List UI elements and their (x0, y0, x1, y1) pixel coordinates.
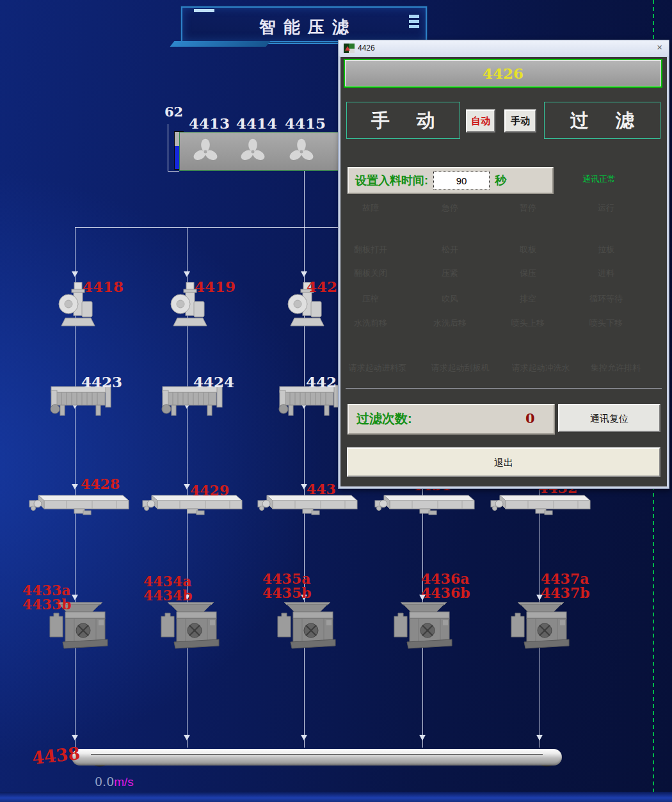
status-cell: 喷头下移 (557, 317, 655, 329)
status-cell: 翻板关闭 (340, 268, 401, 279)
manual-button[interactable]: 手动 (504, 109, 536, 132)
status-cell: 进料 (557, 268, 655, 279)
fan-label: 4415 (285, 115, 326, 132)
exit-button[interactable]: 退出 (347, 447, 660, 477)
status-cell: 暂停 (499, 202, 557, 214)
request-cell: 集控允许排料 (576, 362, 655, 374)
status-cell: 拉板 (557, 244, 655, 255)
gauge-label: 62 (164, 104, 183, 120)
flow-arrow (301, 735, 307, 741)
belt-speed: 0.0m/s (95, 774, 134, 789)
request-cell: 请求起动冲洗水 (506, 362, 576, 374)
page-title: 智能压滤 (182, 16, 426, 38)
crusher-label: 4435a4435b (262, 572, 312, 600)
conveyor-label: 4429 (190, 483, 229, 497)
status-cell: 压紧 (401, 268, 499, 279)
banner-dash-decor (194, 9, 214, 12)
status-row: 翻板打开 松开 取板 拉板 (340, 244, 655, 255)
pump-label: 4419 (195, 280, 236, 294)
crusher-label: 4434a4434b (143, 574, 193, 602)
status-row: 水洗前移 水洗后移 喷头上移 喷头下移 (340, 317, 655, 329)
gauge-bracket (168, 124, 168, 172)
press-label: 442 (306, 373, 337, 390)
status-cell: 保压 (499, 268, 557, 279)
crusher[interactable] (505, 602, 577, 655)
status-cell: 喷头上移 (499, 317, 557, 329)
status-row: 压榨 吹风 排空 循环等待 (340, 293, 655, 305)
status-cell: 吹风 (401, 293, 499, 305)
belt-speed-value: 0.0 (95, 774, 114, 789)
comm-status: 通讯正常 (582, 173, 616, 185)
dialog-4426: 4426 × 4426 手 动 自动 手动 过 滤 设置入料时间: 秒 通讯正常… (338, 40, 669, 489)
status-cell: 翻板打开 (340, 244, 401, 255)
dialog-body: 4426 手 动 自动 手动 过 滤 设置入料时间: 秒 通讯正常 故障 急停 … (340, 57, 667, 486)
request-row: 请求起动进料泵 请求起动刮板机 请求起动冲洗水 集控允许排料 (340, 362, 655, 374)
bottom-strip (0, 792, 672, 802)
scraper-conveyor[interactable] (374, 492, 476, 518)
close-icon[interactable]: × (657, 42, 662, 52)
press-label: 4424 (193, 373, 234, 390)
crusher[interactable] (271, 602, 343, 655)
status-row: 故障 急停 暂停 运行 (340, 202, 655, 214)
gauge-bracket-foot (168, 171, 179, 172)
dialog-titlebar[interactable]: 4426 × (339, 40, 669, 56)
belt-speed-unit: m/s (114, 775, 134, 789)
status-cell: 运行 (557, 202, 655, 214)
crusher-label: 4436a4436b (421, 572, 470, 600)
fan-icon[interactable] (288, 137, 315, 164)
scraper-conveyor[interactable] (28, 492, 131, 518)
request-cell: 请求起动刮板机 (415, 362, 506, 374)
window-icon (344, 44, 355, 53)
belt-body (72, 749, 562, 766)
filter-count-panel: 过滤次数: 0 (348, 404, 555, 435)
status-cell: 水洗前移 (340, 317, 401, 329)
title-banner: 智能压滤 (181, 6, 427, 42)
flow-arrow (419, 735, 426, 741)
pipe-line (304, 170, 305, 227)
flow-arrow (72, 271, 78, 277)
status-cell: 排空 (499, 293, 557, 305)
status-cell: 故障 (340, 202, 401, 214)
press-label: 4423 (81, 373, 122, 390)
status-cell: 取板 (499, 244, 557, 255)
crusher[interactable] (388, 602, 460, 655)
request-cell: 请求起动进料泵 (340, 362, 415, 374)
feed-time-input[interactable] (433, 172, 490, 189)
feed-time-panel: 设置入料时间: 秒 (348, 167, 554, 194)
auto-button[interactable]: 自动 (466, 109, 495, 132)
comm-reset-button[interactable]: 通讯复位 (558, 404, 660, 432)
pump-label: 4418 (83, 280, 124, 294)
status-cell: 循环等待 (557, 293, 655, 305)
scada-screen: 智能压滤 62 4413 4414 4415 4418 4419 442 (0, 0, 672, 802)
belt-seam (91, 754, 543, 755)
belt-label: 4438 (31, 746, 81, 766)
feed-time-unit: 秒 (495, 173, 506, 188)
fan-icon[interactable] (192, 137, 219, 164)
crusher-label: 4433a4433b (22, 583, 72, 611)
flow-arrow (184, 735, 190, 741)
flow-arrow (184, 271, 190, 277)
dialog-header-value: 4426 (344, 59, 662, 88)
feed-time-label: 设置入料时间: (355, 173, 428, 188)
fan-icon[interactable] (239, 137, 266, 164)
status-cell: 急停 (401, 202, 499, 214)
filter-count-label: 过滤次数: (356, 410, 412, 428)
filter-mode-box[interactable]: 过 滤 (544, 102, 660, 139)
flow-arrow (72, 595, 78, 600)
status-cell: 松开 (401, 244, 499, 255)
belt-conveyor[interactable] (72, 748, 562, 767)
conveyor-label: 4428 (81, 477, 120, 491)
filter-count-value: 0 (525, 410, 535, 426)
manual-mode-box[interactable]: 手 动 (346, 102, 460, 139)
flow-arrow (72, 735, 78, 741)
scraper-conveyor[interactable] (490, 492, 592, 518)
flow-arrow (72, 484, 78, 490)
crusher[interactable] (155, 602, 227, 655)
conveyor-label: 443 (307, 482, 336, 496)
flow-arrow (184, 484, 190, 490)
dialog-title: 4426 (358, 44, 375, 52)
flow-arrow (301, 271, 307, 277)
divider (346, 388, 662, 389)
status-row: 翻板关闭 压紧 保压 进料 (340, 268, 655, 279)
fan-label: 4413 (189, 115, 230, 132)
